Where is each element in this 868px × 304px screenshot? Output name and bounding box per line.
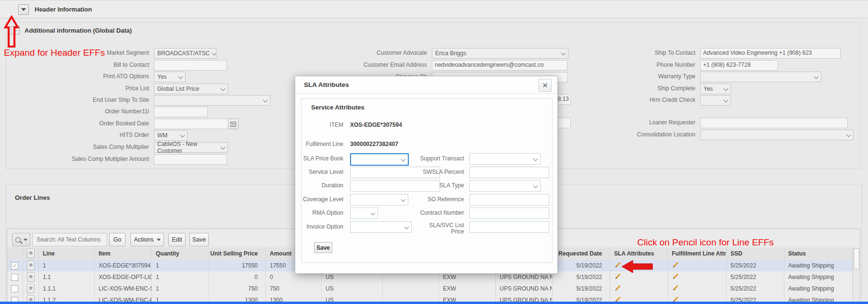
red-left-arrow-annotation: [621, 260, 653, 273]
price-list-value: Global List Price: [157, 85, 199, 92]
ship-to-contact-input[interactable]: Advanced Video Engineering +1 (908) 623: [700, 48, 841, 59]
dialog-label-support-transact: Support Transact: [398, 153, 464, 164]
chevron-down-icon: [404, 224, 409, 229]
dialog-label-item: ITEM: [302, 120, 343, 130]
dialog-label-duration: Duration: [302, 180, 343, 191]
cell-cb: [7, 283, 23, 294]
bottom-blue-strip: [0, 302, 868, 304]
cell-item: XOS-EDGE*307594: [95, 260, 152, 271]
dialog-rma-option-select[interactable]: [350, 207, 378, 219]
phone-number-input[interactable]: +1 (908) 623-7728: [700, 60, 778, 71]
dialog-swsla-percent-input[interactable]: [469, 167, 549, 178]
pencil-icon[interactable]: [672, 261, 679, 270]
print-ato-options-select[interactable]: Yes: [154, 72, 186, 82]
hrm-credit-check-select[interactable]: [700, 95, 731, 106]
header-information-title: Header Information: [35, 6, 92, 13]
row-menu-icon[interactable]: ≡: [27, 261, 35, 270]
table-save-button[interactable]: Save: [189, 233, 209, 246]
sales-comp-multiplier-select[interactable]: CableOS - New Customer: [154, 142, 228, 153]
scrollbar-thumb[interactable]: [854, 248, 859, 269]
dialog-label-swsla-percent: SWSLA Percent: [398, 167, 464, 177]
column-header-sla_attributes: SLA Attributes: [610, 247, 668, 260]
actions-button[interactable]: Actions: [130, 233, 164, 246]
chevron-down-icon: [263, 97, 268, 102]
dialog-so-reference-input[interactable]: [469, 194, 549, 206]
dialog-sla-type-select[interactable]: [469, 180, 541, 192]
end-user-ship-to-site-select[interactable]: [154, 95, 270, 106]
header-menu-cell: ≡: [23, 247, 39, 260]
cell-line: 1.1.1: [39, 283, 95, 294]
cell-item: LIC-XOS-WM-ENC-SD: [95, 283, 152, 294]
bill-to-contact-input[interactable]: [154, 60, 227, 71]
consolidation-location-select[interactable]: [700, 130, 854, 140]
ship-complete-value: Yes: [704, 85, 713, 92]
row-checkbox[interactable]: [11, 285, 18, 292]
dialog-contract-number-input[interactable]: [469, 207, 549, 219]
market-segment-select[interactable]: BROADCAST/ATSC: [154, 48, 216, 59]
field-label-customer-advocate: Customer Advocate: [308, 48, 427, 58]
chevron-down-icon: [180, 133, 185, 137]
field-label-ship-to-contact: Ship To Contact: [577, 48, 695, 58]
dialog-form: ITEMXOS-EDGE*307594Fulfilment Line300000…: [302, 99, 552, 262]
cell-requested_date: 5/19/2022: [553, 283, 610, 294]
dialog-item-value: XOS-EDGE*307594: [350, 120, 402, 130]
cell-item: XOS-EDGE-OPT-LIC: [95, 271, 152, 283]
search-icon: [15, 237, 21, 243]
cell-status: Awaiting Shipping: [784, 260, 854, 271]
header-select-cell: [7, 247, 23, 260]
pencil-icon[interactable]: [614, 261, 621, 270]
dialog-label-contract-number: Contract Number: [398, 207, 464, 218]
cell-requested_date: 5/19/2022: [553, 271, 610, 283]
dialog-invoice-option-select[interactable]: [350, 221, 412, 233]
field-label-consolidation-location: Consolidation Location: [577, 130, 695, 139]
field-label-sales-comp-multiplier-amount: Sales Comp Multiplier Amount: [29, 154, 149, 164]
order-number11i-input[interactable]: [154, 107, 208, 117]
hits-order-select[interactable]: WM: [154, 130, 188, 141]
expand-header-button[interactable]: [18, 4, 29, 15]
close-icon[interactable]: ✕: [539, 79, 552, 92]
chevron-down-icon: [846, 132, 851, 137]
column-header-item: Item: [95, 247, 152, 260]
field-label-order-booked-date: Order Booked Date: [29, 119, 149, 128]
column-header-requested_date: Requested Date: [553, 247, 610, 260]
dialog-label-service-level: Service Level: [302, 167, 343, 177]
dialog-save-button[interactable]: Save: [314, 242, 332, 253]
dialog-sla-svc-list-price-input[interactable]: [469, 221, 549, 233]
customer-email-address-input[interactable]: nedvideoadvancedengineers@comcast.co: [432, 60, 567, 71]
loaner-requester-input[interactable]: [700, 118, 848, 128]
chevron-down-icon: [221, 86, 226, 91]
go-button[interactable]: Go: [109, 233, 126, 246]
dialog-label-coverage-level: Coverage Level: [302, 194, 343, 205]
row-menu-icon[interactable]: ≡: [27, 284, 35, 293]
order-booked-date-input[interactable]: [154, 119, 231, 129]
cell-sla_attributes: [610, 283, 668, 294]
ship-complete-select[interactable]: Yes: [700, 84, 731, 94]
row-checkbox[interactable]: ✓: [11, 262, 18, 269]
pencil-icon[interactable]: [614, 273, 621, 281]
search-scope-button[interactable]: [12, 233, 30, 246]
chevron-down-icon: [814, 74, 819, 79]
price-list-select[interactable]: Global List Price: [154, 84, 228, 94]
row-menu-icon[interactable]: ≡: [27, 249, 35, 258]
table-row[interactable]: ≡1.1.1LIC-XOS-WM-ENC-SD1750750USEXWUPS G…: [7, 283, 854, 295]
search-input[interactable]: [32, 233, 107, 246]
pencil-icon[interactable]: [672, 273, 679, 281]
dialog-label-sla-svc-list-price: SLA/SVC List Price: [428, 222, 464, 235]
sales-comp-multiplier-amount-input[interactable]: [154, 154, 227, 165]
calendar-icon[interactable]: [228, 119, 239, 129]
dialog-support-transact-select[interactable]: [469, 153, 541, 165]
warranty-type-select[interactable]: [700, 72, 821, 82]
column-header-ssd: SSD: [727, 247, 784, 260]
pencil-icon[interactable]: [614, 284, 621, 293]
row-menu-icon[interactable]: ≡: [27, 272, 35, 282]
pencil-icon[interactable]: [672, 284, 679, 293]
dialog-label-invoice-option: Invoice Option: [302, 221, 343, 232]
dialog-label-sla-type: SLA Type: [398, 180, 464, 191]
field-label-order-number11i: Order Number11i: [29, 107, 149, 116]
edit-button[interactable]: Edit: [168, 233, 186, 246]
cell-menu: ≡: [23, 283, 39, 294]
cell-fulfillment_line_attr: [668, 260, 727, 271]
customer-advocate-select[interactable]: Erica Briggs: [432, 48, 568, 59]
vertical-scrollbar[interactable]: [853, 247, 860, 304]
row-checkbox[interactable]: [11, 274, 18, 281]
